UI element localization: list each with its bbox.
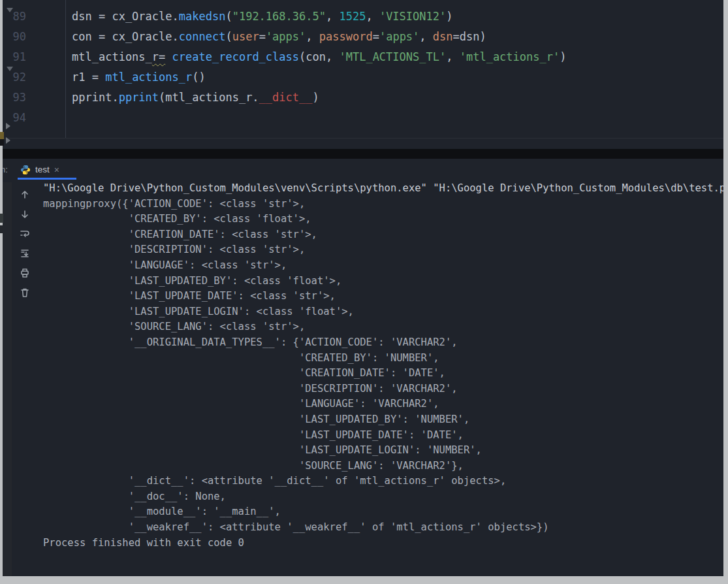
main-content: 88899091929394 dsn = cx_Oracle.makedsn("… <box>3 0 723 576</box>
code-segment: user <box>232 30 259 43</box>
code-segment: ( <box>225 30 232 43</box>
code-segment: 'apps' <box>379 30 419 43</box>
print-icon[interactable] <box>18 267 31 280</box>
code-line[interactable]: con = cx_Oracle.connect(user='apps', pas… <box>72 27 566 47</box>
tool-window-stripe <box>3 182 12 576</box>
line-number[interactable]: 88 <box>7 0 26 7</box>
run-tab-test[interactable]: test × <box>20 161 59 178</box>
fold-arrow-collapsed-2-icon[interactable] <box>6 137 10 144</box>
line-number[interactable]: 93 <box>7 88 26 108</box>
scroll-up-icon[interactable] <box>18 188 31 201</box>
fold-arrow-line-92-icon[interactable] <box>7 67 13 71</box>
code-line[interactable] <box>72 108 566 128</box>
fold-arrow-collapsed-icon[interactable] <box>6 123 10 129</box>
code-segment: makedsn <box>179 10 226 23</box>
code-segment: password <box>319 30 373 43</box>
code-segment: dsn <box>433 30 453 43</box>
code-segment: ( <box>225 10 232 23</box>
code-line[interactable] <box>72 0 566 7</box>
code-segment: , <box>326 10 339 23</box>
run-label-fragment: n: <box>3 165 8 174</box>
editor-viewport-edge <box>3 138 723 138</box>
soft-wrap-icon[interactable] <box>18 227 31 240</box>
code-line[interactable]: dsn = cx_Oracle.makedsn("192.168.36.5", … <box>72 7 566 27</box>
line-number[interactable]: 91 <box>7 47 26 67</box>
edge-artifact-1 <box>0 214 3 223</box>
code-line[interactable]: mtl_actions_r= create_record_class(con, … <box>72 47 566 67</box>
code-editor[interactable]: 88899091929394 dsn = cx_Oracle.makedsn("… <box>3 0 723 149</box>
gutter-separator <box>65 0 66 138</box>
code-line[interactable]: pprint.pprint(mtl_actions_r.__dict__) <box>72 88 566 108</box>
code-segment: = <box>373 30 379 43</box>
scroll-to-end-icon[interactable] <box>18 247 31 260</box>
edge-artifact-2 <box>0 225 3 233</box>
clear-all-icon[interactable] <box>18 286 31 299</box>
tab-close-icon[interactable]: × <box>54 165 59 175</box>
code-segment: mtl_actions_ <box>72 50 152 63</box>
edge-artifact-olive <box>0 132 4 139</box>
editor-console-divider <box>3 149 723 159</box>
scroll-down-icon[interactable] <box>18 208 31 221</box>
code-lines[interactable]: dsn = cx_Oracle.makedsn("192.168.36.5", … <box>72 0 566 128</box>
code-segment: __dict__ <box>259 91 313 104</box>
code-segment: ) <box>446 10 452 23</box>
code-line[interactable]: r1 = mtl_actions_r() <box>72 67 566 88</box>
fold-arrow-line-89-icon[interactable] <box>7 8 13 12</box>
code-segment: , <box>419 30 432 43</box>
console-exit-status: Process finished with exit code 0 <box>43 536 723 551</box>
code-segment: r= <box>152 50 165 63</box>
code-segment: pprint <box>119 91 159 104</box>
tab-title: test <box>35 165 50 174</box>
code-segment: pprint. <box>72 91 119 104</box>
line-number[interactable]: 90 <box>7 27 26 47</box>
code-segment: create_record_class <box>172 50 299 63</box>
code-segment: ) <box>313 91 319 104</box>
code-segment: "192.168.36.5" <box>232 10 326 23</box>
code-segment: , <box>366 10 379 23</box>
console-toolbar <box>17 188 33 306</box>
code-segment: (mtl_actions_r. <box>159 91 259 104</box>
code-segment: , <box>446 50 459 63</box>
code-segment: 'VISION12' <box>379 10 446 23</box>
edge-artifact-dark <box>0 139 4 146</box>
code-segment <box>165 50 172 63</box>
code-segment: dsn = cx_Oracle. <box>72 10 179 23</box>
line-numbers[interactable]: 88899091929394 <box>7 0 26 128</box>
console-command-line: "H:\Google Drive\Python_Custom_Modules\v… <box>43 181 723 197</box>
active-tab-underline <box>18 178 76 180</box>
code-segment: (con, <box>299 50 339 63</box>
code-segment: 'apps' <box>266 30 306 43</box>
code-segment: con = cx_Oracle. <box>72 30 179 43</box>
run-console[interactable]: "H:\Google Drive\Python_Custom_Modules\v… <box>3 182 723 576</box>
run-tool-window-header: n: test × <box>3 159 723 182</box>
code-segment: , <box>306 30 319 43</box>
code-segment: 1525 <box>339 10 366 23</box>
code-segment: 'MTL_ACTIONS_TL' <box>339 50 446 63</box>
pycharm-window: 88899091929394 dsn = cx_Oracle.makedsn("… <box>0 0 728 584</box>
code-segment: connect <box>179 30 226 43</box>
code-segment: = <box>259 30 266 43</box>
code-segment: () <box>192 71 205 84</box>
console-mappingproxy-output: mappingproxy({'ACTION_CODE': <class 'str… <box>43 197 723 536</box>
code-segment: mtl_actions_r <box>105 71 192 84</box>
code-segment: =dsn) <box>453 30 486 43</box>
code-segment: ) <box>560 50 566 63</box>
code-segment: r1 = <box>72 71 105 84</box>
code-segment: 'mtl_actions_r' <box>460 50 560 63</box>
python-logo-icon <box>20 165 31 175</box>
console-output[interactable]: "H:\Google Drive\Python_Custom_Modules\v… <box>43 181 723 551</box>
